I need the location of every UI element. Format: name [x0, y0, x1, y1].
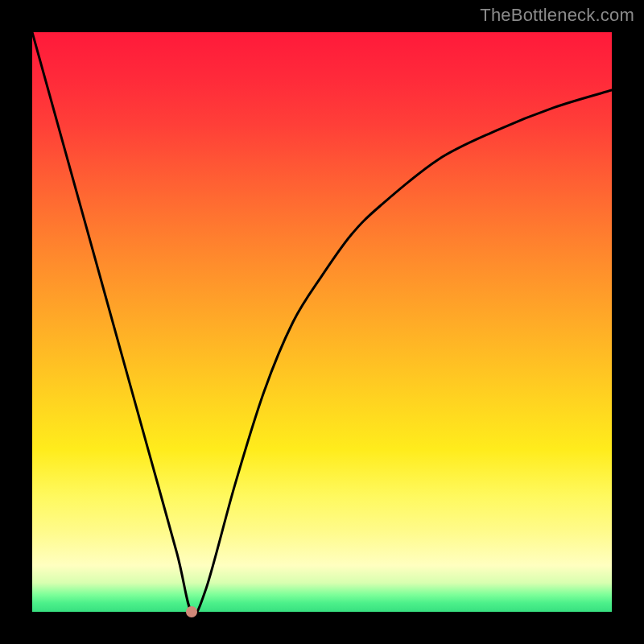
- bottleneck-curve: [32, 32, 612, 612]
- chart-stage: TheBottleneck.com: [0, 0, 644, 644]
- watermark-text: TheBottleneck.com: [480, 5, 634, 26]
- optimal-point-marker: [186, 606, 197, 617]
